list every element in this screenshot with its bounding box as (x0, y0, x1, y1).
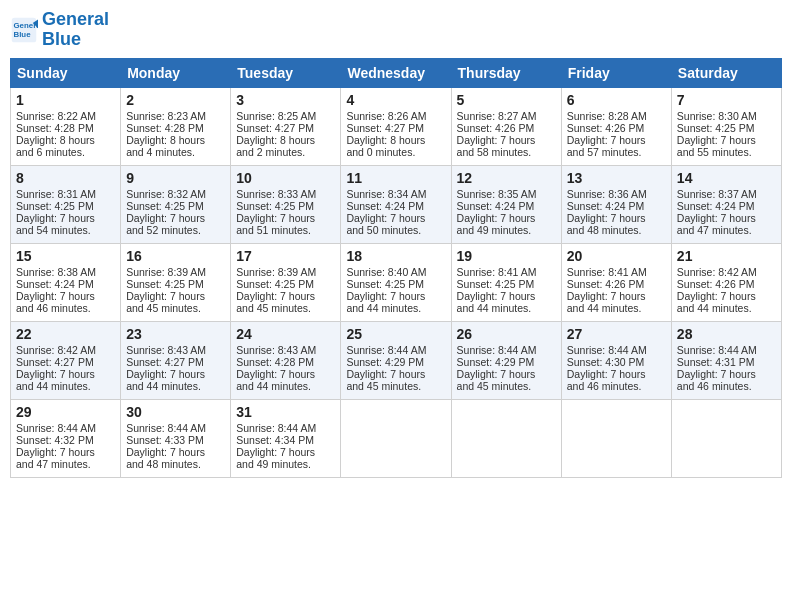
daylight-text: Daylight: 7 hours and 49 minutes. (236, 446, 315, 470)
sunset-text: Sunset: 4:27 PM (346, 122, 424, 134)
day-number: 19 (457, 248, 556, 264)
calendar-cell: 18Sunrise: 8:40 AMSunset: 4:25 PMDayligh… (341, 243, 451, 321)
sunrise-text: Sunrise: 8:33 AM (236, 188, 316, 200)
weekday-header-tuesday: Tuesday (231, 58, 341, 87)
week-row-1: 1Sunrise: 8:22 AMSunset: 4:28 PMDaylight… (11, 87, 782, 165)
calendar-cell: 30Sunrise: 8:44 AMSunset: 4:33 PMDayligh… (121, 399, 231, 477)
daylight-text: Daylight: 7 hours and 45 minutes. (126, 290, 205, 314)
daylight-text: Daylight: 7 hours and 49 minutes. (457, 212, 536, 236)
day-number: 18 (346, 248, 445, 264)
day-number: 13 (567, 170, 666, 186)
daylight-text: Daylight: 7 hours and 44 minutes. (126, 368, 205, 392)
sunrise-text: Sunrise: 8:26 AM (346, 110, 426, 122)
day-number: 21 (677, 248, 776, 264)
daylight-text: Daylight: 7 hours and 50 minutes. (346, 212, 425, 236)
sunrise-text: Sunrise: 8:22 AM (16, 110, 96, 122)
calendar-cell: 12Sunrise: 8:35 AMSunset: 4:24 PMDayligh… (451, 165, 561, 243)
weekday-header-row: SundayMondayTuesdayWednesdayThursdayFrid… (11, 58, 782, 87)
daylight-text: Daylight: 7 hours and 44 minutes. (677, 290, 756, 314)
sunrise-text: Sunrise: 8:44 AM (567, 344, 647, 356)
sunset-text: Sunset: 4:27 PM (16, 356, 94, 368)
daylight-text: Daylight: 7 hours and 51 minutes. (236, 212, 315, 236)
weekday-header-monday: Monday (121, 58, 231, 87)
calendar-cell: 7Sunrise: 8:30 AMSunset: 4:25 PMDaylight… (671, 87, 781, 165)
calendar-cell: 2Sunrise: 8:23 AMSunset: 4:28 PMDaylight… (121, 87, 231, 165)
sunset-text: Sunset: 4:28 PM (236, 356, 314, 368)
calendar-cell: 5Sunrise: 8:27 AMSunset: 4:26 PMDaylight… (451, 87, 561, 165)
daylight-text: Daylight: 7 hours and 52 minutes. (126, 212, 205, 236)
calendar-cell: 4Sunrise: 8:26 AMSunset: 4:27 PMDaylight… (341, 87, 451, 165)
page-header: General Blue General Blue (10, 10, 782, 50)
sunrise-text: Sunrise: 8:39 AM (236, 266, 316, 278)
day-number: 25 (346, 326, 445, 342)
calendar-cell: 11Sunrise: 8:34 AMSunset: 4:24 PMDayligh… (341, 165, 451, 243)
sunset-text: Sunset: 4:24 PM (346, 200, 424, 212)
day-number: 7 (677, 92, 776, 108)
sunrise-text: Sunrise: 8:44 AM (457, 344, 537, 356)
sunset-text: Sunset: 4:26 PM (567, 122, 645, 134)
day-number: 20 (567, 248, 666, 264)
daylight-text: Daylight: 8 hours and 0 minutes. (346, 134, 425, 158)
sunrise-text: Sunrise: 8:27 AM (457, 110, 537, 122)
sunrise-text: Sunrise: 8:36 AM (567, 188, 647, 200)
logo-icon: General Blue (10, 16, 38, 44)
day-number: 10 (236, 170, 335, 186)
calendar-cell: 31Sunrise: 8:44 AMSunset: 4:34 PMDayligh… (231, 399, 341, 477)
day-number: 12 (457, 170, 556, 186)
sunset-text: Sunset: 4:26 PM (567, 278, 645, 290)
calendar-cell: 21Sunrise: 8:42 AMSunset: 4:26 PMDayligh… (671, 243, 781, 321)
sunset-text: Sunset: 4:27 PM (236, 122, 314, 134)
calendar-cell: 24Sunrise: 8:43 AMSunset: 4:28 PMDayligh… (231, 321, 341, 399)
sunrise-text: Sunrise: 8:23 AM (126, 110, 206, 122)
sunrise-text: Sunrise: 8:43 AM (236, 344, 316, 356)
day-number: 1 (16, 92, 115, 108)
sunset-text: Sunset: 4:32 PM (16, 434, 94, 446)
sunrise-text: Sunrise: 8:44 AM (236, 422, 316, 434)
weekday-header-saturday: Saturday (671, 58, 781, 87)
day-number: 29 (16, 404, 115, 420)
day-number: 26 (457, 326, 556, 342)
daylight-text: Daylight: 7 hours and 57 minutes. (567, 134, 646, 158)
sunset-text: Sunset: 4:28 PM (126, 122, 204, 134)
day-number: 24 (236, 326, 335, 342)
calendar-cell: 23Sunrise: 8:43 AMSunset: 4:27 PMDayligh… (121, 321, 231, 399)
daylight-text: Daylight: 7 hours and 44 minutes. (567, 290, 646, 314)
sunrise-text: Sunrise: 8:41 AM (457, 266, 537, 278)
sunrise-text: Sunrise: 8:31 AM (16, 188, 96, 200)
sunrise-text: Sunrise: 8:39 AM (126, 266, 206, 278)
sunrise-text: Sunrise: 8:44 AM (126, 422, 206, 434)
sunrise-text: Sunrise: 8:34 AM (346, 188, 426, 200)
daylight-text: Daylight: 7 hours and 48 minutes. (567, 212, 646, 236)
calendar-cell: 17Sunrise: 8:39 AMSunset: 4:25 PMDayligh… (231, 243, 341, 321)
daylight-text: Daylight: 7 hours and 44 minutes. (236, 368, 315, 392)
calendar-cell (451, 399, 561, 477)
daylight-text: Daylight: 7 hours and 44 minutes. (346, 290, 425, 314)
weekday-header-friday: Friday (561, 58, 671, 87)
day-number: 17 (236, 248, 335, 264)
sunset-text: Sunset: 4:34 PM (236, 434, 314, 446)
daylight-text: Daylight: 7 hours and 44 minutes. (457, 290, 536, 314)
day-number: 11 (346, 170, 445, 186)
sunset-text: Sunset: 4:25 PM (126, 200, 204, 212)
day-number: 23 (126, 326, 225, 342)
daylight-text: Daylight: 7 hours and 46 minutes. (567, 368, 646, 392)
sunrise-text: Sunrise: 8:42 AM (677, 266, 757, 278)
calendar-cell: 14Sunrise: 8:37 AMSunset: 4:24 PMDayligh… (671, 165, 781, 243)
sunset-text: Sunset: 4:33 PM (126, 434, 204, 446)
calendar-cell: 28Sunrise: 8:44 AMSunset: 4:31 PMDayligh… (671, 321, 781, 399)
daylight-text: Daylight: 7 hours and 45 minutes. (346, 368, 425, 392)
day-number: 14 (677, 170, 776, 186)
day-number: 31 (236, 404, 335, 420)
week-row-5: 29Sunrise: 8:44 AMSunset: 4:32 PMDayligh… (11, 399, 782, 477)
daylight-text: Daylight: 7 hours and 46 minutes. (16, 290, 95, 314)
sunset-text: Sunset: 4:30 PM (567, 356, 645, 368)
weekday-header-sunday: Sunday (11, 58, 121, 87)
calendar-cell: 27Sunrise: 8:44 AMSunset: 4:30 PMDayligh… (561, 321, 671, 399)
calendar-cell: 3Sunrise: 8:25 AMSunset: 4:27 PMDaylight… (231, 87, 341, 165)
week-row-4: 22Sunrise: 8:42 AMSunset: 4:27 PMDayligh… (11, 321, 782, 399)
day-number: 27 (567, 326, 666, 342)
weekday-header-wednesday: Wednesday (341, 58, 451, 87)
daylight-text: Daylight: 8 hours and 6 minutes. (16, 134, 95, 158)
calendar-cell: 19Sunrise: 8:41 AMSunset: 4:25 PMDayligh… (451, 243, 561, 321)
calendar-cell: 6Sunrise: 8:28 AMSunset: 4:26 PMDaylight… (561, 87, 671, 165)
